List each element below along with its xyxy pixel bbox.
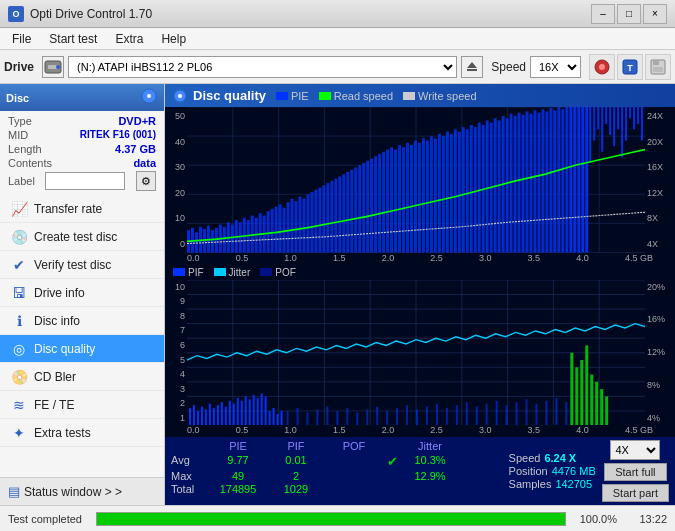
svg-rect-66 [326, 183, 329, 252]
sidebar-item-verify-test-disc[interactable]: ✔ Verify test disc [0, 251, 164, 279]
svg-rect-180 [245, 396, 247, 425]
legend-pif: PIF [173, 267, 204, 278]
svg-rect-60 [302, 199, 305, 253]
progress-container [96, 512, 566, 526]
svg-rect-116 [526, 111, 529, 252]
menu-help[interactable]: Help [153, 30, 194, 48]
maximize-button[interactable]: □ [617, 4, 641, 24]
max-pif: 2 [267, 470, 325, 482]
disc-header: Disc [0, 84, 164, 111]
svg-rect-213 [436, 403, 438, 425]
minimize-button[interactable]: – [591, 4, 615, 24]
close-button[interactable]: × [643, 4, 667, 24]
svg-rect-191 [575, 367, 578, 425]
avg-pie: 9.77 [209, 454, 267, 469]
right-controls: Speed 6.24 X Position 4476 MB Samples 14… [509, 440, 669, 502]
legend-pif-label: PIF [188, 267, 204, 278]
svg-rect-76 [366, 161, 369, 253]
svg-rect-122 [549, 108, 552, 252]
menu-start-test[interactable]: Start test [41, 30, 105, 48]
max-jitter: 12.9% [401, 470, 459, 482]
create-test-disc-label: Create test disc [34, 230, 117, 244]
start-part-button[interactable]: Start part [602, 484, 669, 502]
header-pie: PIE [209, 440, 267, 452]
svg-rect-87 [410, 145, 413, 252]
drive-info-label: Drive info [34, 286, 85, 300]
chart-bottom-container: 10 9 8 7 6 5 4 3 2 1 [165, 280, 675, 426]
start-full-button[interactable]: Start full [604, 463, 666, 481]
panel-title: Disc quality [193, 88, 266, 103]
disc-contents-val: data [133, 157, 156, 169]
svg-rect-64 [318, 188, 321, 253]
svg-rect-111 [506, 118, 509, 252]
svg-rect-139 [617, 107, 619, 129]
disc-info-icon: ℹ [10, 313, 28, 329]
sidebar-item-drive-info[interactable]: 🖫 Drive info [0, 279, 164, 307]
disc-info-label: Disc info [34, 314, 80, 328]
svg-point-13 [147, 94, 151, 98]
disc-label-input[interactable] [45, 172, 125, 190]
svg-rect-74 [358, 165, 361, 252]
svg-rect-118 [533, 110, 536, 252]
svg-rect-88 [414, 141, 417, 253]
svg-rect-137 [609, 107, 611, 135]
sidebar-item-extra-tests[interactable]: ✦ Extra tests [0, 419, 164, 447]
sidebar-item-fe-te[interactable]: ≋ FE / TE [0, 391, 164, 419]
verify-test-disc-icon: ✔ [10, 257, 28, 273]
max-label: Max [171, 470, 209, 482]
sidebar-item-cd-bler[interactable]: 📀 CD Bler [0, 363, 164, 391]
svg-rect-182 [253, 394, 255, 425]
extra-tests-label: Extra tests [34, 426, 91, 440]
window-controls[interactable]: – □ × [591, 4, 667, 24]
menu-file[interactable]: File [4, 30, 39, 48]
status-text: Test completed [8, 513, 82, 525]
test-speed-dropdown[interactable]: 4X8XMax [610, 440, 660, 460]
svg-rect-192 [580, 360, 583, 425]
sidebar-item-create-test-disc[interactable]: 💿 Create test disc [0, 223, 164, 251]
svg-rect-145 [641, 107, 643, 141]
sidebar-item-transfer-rate[interactable]: 📈 Transfer rate [0, 195, 164, 223]
svg-rect-179 [241, 400, 243, 425]
toolbar-icon-2[interactable]: T [617, 54, 643, 80]
svg-rect-176 [229, 400, 231, 425]
legend-pof: POF [260, 267, 296, 278]
disc-type-row: Type DVD+R [8, 115, 156, 127]
svg-rect-123 [553, 110, 556, 252]
title-bar: O Opti Drive Control 1.70 – □ × [0, 0, 675, 28]
svg-rect-109 [498, 120, 501, 252]
svg-rect-104 [478, 123, 481, 253]
disc-label-button[interactable]: ⚙ [136, 171, 156, 191]
svg-rect-197 [605, 396, 608, 425]
svg-rect-86 [406, 143, 409, 253]
svg-rect-95 [442, 136, 445, 252]
svg-rect-59 [299, 197, 302, 253]
svg-rect-113 [514, 116, 517, 253]
sidebar-item-disc-quality[interactable]: ◎ Disc quality [0, 335, 164, 363]
svg-rect-168 [197, 410, 199, 425]
status-window-button[interactable]: ▤ Status window > > [0, 477, 164, 505]
speed-select[interactable]: 16X8X4XMax [530, 56, 581, 78]
svg-rect-103 [474, 127, 477, 252]
svg-rect-120 [541, 109, 544, 252]
svg-rect-77 [370, 158, 373, 252]
svg-rect-208 [386, 410, 388, 425]
svg-rect-37 [211, 230, 214, 252]
sidebar-item-disc-info[interactable]: ℹ Disc info [0, 307, 164, 335]
svg-rect-53 [275, 207, 278, 253]
eject-button[interactable] [461, 56, 483, 78]
menu-extra[interactable]: Extra [107, 30, 151, 48]
stats-headers: PIE PIF POF Jitter [171, 440, 501, 452]
svg-rect-68 [334, 179, 337, 253]
svg-rect-204 [346, 408, 348, 425]
svg-rect-54 [279, 204, 282, 252]
toolbar-icon-1[interactable] [589, 54, 615, 80]
svg-rect-83 [394, 150, 397, 253]
svg-rect-141 [625, 107, 627, 141]
legend-write-speed: Write speed [403, 90, 477, 102]
toolbar-icon-save[interactable] [645, 54, 671, 80]
total-pif: 1029 [267, 483, 325, 495]
drive-select[interactable]: (N:) ATAPI iHBS112 2 PL06 [68, 56, 457, 78]
toolbar-icons: T [589, 54, 671, 80]
main-content: Disc Type DVD+R MID RITEK F16 (001) Leng… [0, 84, 675, 505]
svg-rect-224 [545, 400, 547, 425]
